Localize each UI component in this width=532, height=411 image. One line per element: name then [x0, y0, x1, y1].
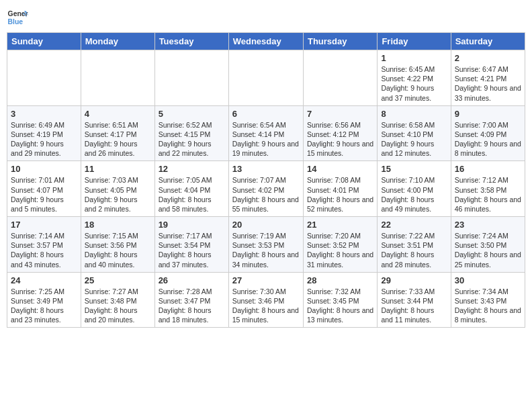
calendar-cell: 5Sunrise: 6:52 AM Sunset: 4:15 PM Daylig…: [154, 105, 228, 161]
calendar-cell: 11Sunrise: 7:03 AM Sunset: 4:05 PM Dayli…: [81, 161, 154, 217]
calendar-cell: 22Sunrise: 7:22 AM Sunset: 3:51 PM Dayli…: [378, 217, 451, 273]
day-number: 15: [381, 164, 447, 174]
calendar-cell: 13Sunrise: 7:07 AM Sunset: 4:02 PM Dayli…: [228, 161, 303, 217]
calendar-cell: 6Sunrise: 6:54 AM Sunset: 4:14 PM Daylig…: [228, 105, 303, 161]
day-detail: Sunrise: 7:14 AM Sunset: 3:57 PM Dayligh…: [11, 231, 77, 269]
calendar-cell: [7, 50, 81, 106]
calendar-cell: 15Sunrise: 7:10 AM Sunset: 4:00 PM Dayli…: [378, 161, 451, 217]
calendar-cell: 18Sunrise: 7:15 AM Sunset: 3:56 PM Dayli…: [81, 217, 154, 273]
day-number: 21: [307, 220, 373, 230]
day-detail: Sunrise: 7:07 AM Sunset: 4:02 PM Dayligh…: [232, 175, 300, 214]
calendar-cell: 7Sunrise: 6:56 AM Sunset: 4:12 PM Daylig…: [303, 105, 377, 161]
calendar: SundayMondayTuesdayWednesdayThursdayFrid…: [7, 32, 525, 328]
calendar-cell: 10Sunrise: 7:01 AM Sunset: 4:07 PM Dayli…: [7, 161, 81, 217]
calendar-cell: [81, 50, 154, 106]
header: General Blue: [7, 7, 525, 28]
calendar-cell: 4Sunrise: 6:51 AM Sunset: 4:17 PM Daylig…: [81, 105, 154, 161]
day-detail: Sunrise: 6:58 AM Sunset: 4:10 PM Dayligh…: [381, 120, 447, 158]
day-number: 16: [455, 164, 521, 174]
calendar-cell: 8Sunrise: 6:58 AM Sunset: 4:10 PM Daylig…: [378, 105, 451, 161]
calendar-cell: 12Sunrise: 7:05 AM Sunset: 4:04 PM Dayli…: [154, 161, 228, 217]
day-number: 14: [307, 164, 373, 174]
logo: General Blue: [7, 7, 28, 28]
calendar-cell: 17Sunrise: 7:14 AM Sunset: 3:57 PM Dayli…: [7, 217, 81, 273]
day-detail: Sunrise: 7:22 AM Sunset: 3:51 PM Dayligh…: [381, 231, 447, 269]
day-detail: Sunrise: 7:12 AM Sunset: 3:58 PM Dayligh…: [455, 175, 521, 214]
day-detail: Sunrise: 6:45 AM Sunset: 4:22 PM Dayligh…: [381, 64, 447, 103]
day-header-saturday: Saturday: [451, 33, 525, 50]
day-number: 29: [381, 275, 447, 285]
calendar-cell: [154, 50, 228, 106]
day-detail: Sunrise: 7:20 AM Sunset: 3:52 PM Dayligh…: [307, 231, 373, 269]
day-number: 18: [85, 220, 151, 230]
day-number: 28: [307, 275, 373, 285]
day-number: 8: [381, 109, 447, 119]
day-detail: Sunrise: 6:51 AM Sunset: 4:17 PM Dayligh…: [85, 120, 151, 158]
day-number: 12: [159, 164, 225, 174]
day-detail: Sunrise: 7:33 AM Sunset: 3:44 PM Dayligh…: [381, 287, 447, 325]
day-detail: Sunrise: 7:30 AM Sunset: 3:46 PM Dayligh…: [232, 287, 300, 325]
day-detail: Sunrise: 7:03 AM Sunset: 4:05 PM Dayligh…: [85, 175, 151, 214]
calendar-week-3: 10Sunrise: 7:01 AM Sunset: 4:07 PM Dayli…: [7, 161, 525, 217]
day-detail: Sunrise: 7:27 AM Sunset: 3:48 PM Dayligh…: [85, 287, 151, 325]
day-header-thursday: Thursday: [303, 33, 377, 50]
day-number: 1: [381, 53, 447, 63]
calendar-cell: 23Sunrise: 7:24 AM Sunset: 3:50 PM Dayli…: [451, 217, 525, 273]
day-number: 30: [455, 275, 521, 285]
day-number: 13: [232, 164, 300, 174]
day-detail: Sunrise: 7:17 AM Sunset: 3:54 PM Dayligh…: [159, 231, 225, 269]
day-number: 6: [232, 109, 300, 119]
calendar-cell: 2Sunrise: 6:47 AM Sunset: 4:21 PM Daylig…: [451, 50, 525, 106]
day-detail: Sunrise: 6:52 AM Sunset: 4:15 PM Dayligh…: [159, 120, 225, 158]
day-detail: Sunrise: 6:49 AM Sunset: 4:19 PM Dayligh…: [11, 120, 77, 158]
calendar-cell: 30Sunrise: 7:34 AM Sunset: 3:43 PM Dayli…: [451, 272, 525, 328]
day-header-sunday: Sunday: [7, 33, 81, 50]
logo-icon: General Blue: [7, 7, 28, 28]
day-number: 3: [11, 109, 77, 119]
calendar-week-4: 17Sunrise: 7:14 AM Sunset: 3:57 PM Dayli…: [7, 217, 525, 273]
day-number: 2: [455, 53, 521, 63]
calendar-cell: 24Sunrise: 7:25 AM Sunset: 3:49 PM Dayli…: [7, 272, 81, 328]
day-number: 22: [381, 220, 447, 230]
day-number: 10: [11, 164, 77, 174]
calendar-cell: 28Sunrise: 7:32 AM Sunset: 3:45 PM Dayli…: [303, 272, 377, 328]
day-detail: Sunrise: 7:10 AM Sunset: 4:00 PM Dayligh…: [381, 175, 447, 214]
calendar-week-2: 3Sunrise: 6:49 AM Sunset: 4:19 PM Daylig…: [7, 105, 525, 161]
day-detail: Sunrise: 7:08 AM Sunset: 4:01 PM Dayligh…: [307, 175, 373, 214]
day-detail: Sunrise: 7:15 AM Sunset: 3:56 PM Dayligh…: [85, 231, 151, 269]
day-detail: Sunrise: 6:56 AM Sunset: 4:12 PM Dayligh…: [307, 120, 373, 158]
day-number: 17: [11, 220, 77, 230]
calendar-week-1: 1Sunrise: 6:45 AM Sunset: 4:22 PM Daylig…: [7, 50, 525, 106]
calendar-cell: [303, 50, 377, 106]
day-number: 20: [232, 220, 300, 230]
calendar-header-row: SundayMondayTuesdayWednesdayThursdayFrid…: [7, 33, 525, 50]
calendar-cell: 3Sunrise: 6:49 AM Sunset: 4:19 PM Daylig…: [7, 105, 81, 161]
day-number: 23: [455, 220, 521, 230]
day-detail: Sunrise: 7:00 AM Sunset: 4:09 PM Dayligh…: [455, 120, 521, 158]
calendar-cell: 29Sunrise: 7:33 AM Sunset: 3:44 PM Dayli…: [378, 272, 451, 328]
day-detail: Sunrise: 7:05 AM Sunset: 4:04 PM Dayligh…: [159, 175, 225, 214]
calendar-week-5: 24Sunrise: 7:25 AM Sunset: 3:49 PM Dayli…: [7, 272, 525, 328]
calendar-cell: 1Sunrise: 6:45 AM Sunset: 4:22 PM Daylig…: [378, 50, 451, 106]
svg-text:Blue: Blue: [8, 18, 24, 26]
calendar-cell: 20Sunrise: 7:19 AM Sunset: 3:53 PM Dayli…: [228, 217, 303, 273]
day-detail: Sunrise: 7:19 AM Sunset: 3:53 PM Dayligh…: [232, 231, 300, 269]
day-number: 11: [85, 164, 151, 174]
day-detail: Sunrise: 7:25 AM Sunset: 3:49 PM Dayligh…: [11, 287, 77, 325]
calendar-cell: 19Sunrise: 7:17 AM Sunset: 3:54 PM Dayli…: [154, 217, 228, 273]
calendar-cell: 25Sunrise: 7:27 AM Sunset: 3:48 PM Dayli…: [81, 272, 154, 328]
day-detail: Sunrise: 6:54 AM Sunset: 4:14 PM Dayligh…: [232, 120, 300, 158]
day-number: 9: [455, 109, 521, 119]
calendar-cell: 16Sunrise: 7:12 AM Sunset: 3:58 PM Dayli…: [451, 161, 525, 217]
day-number: 7: [307, 109, 373, 119]
day-number: 19: [159, 220, 225, 230]
calendar-cell: [228, 50, 303, 106]
calendar-cell: 26Sunrise: 7:28 AM Sunset: 3:47 PM Dayli…: [154, 272, 228, 328]
day-detail: Sunrise: 7:32 AM Sunset: 3:45 PM Dayligh…: [307, 287, 373, 325]
day-header-wednesday: Wednesday: [228, 33, 303, 50]
day-header-friday: Friday: [378, 33, 451, 50]
day-number: 5: [159, 109, 225, 119]
day-header-monday: Monday: [81, 33, 154, 50]
calendar-cell: 27Sunrise: 7:30 AM Sunset: 3:46 PM Dayli…: [228, 272, 303, 328]
day-detail: Sunrise: 7:28 AM Sunset: 3:47 PM Dayligh…: [159, 287, 225, 325]
